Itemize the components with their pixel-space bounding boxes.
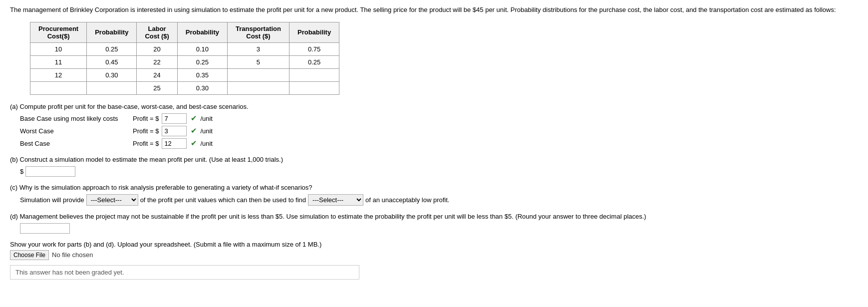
table-cell [289,81,339,94]
table-cell [289,68,339,81]
table-cell: 22 [137,55,177,68]
part-d-input[interactable] [20,223,70,234]
col-header-labor: LaborCost ($) [137,22,177,42]
probability-table: ProcurementCost($) Probability LaborCost… [30,22,339,95]
part-c-text3: of an unacceptably low profit. [365,196,449,204]
col-header-prob3: Probability [289,22,339,42]
best-case-unit: /unit [200,140,213,147]
table-cell: 0.25 [177,55,227,68]
table-cell: 0.25 [87,42,137,55]
worst-case-unit: /unit [200,127,213,135]
table-cell: 10 [30,42,87,55]
part-c-text1: Simulation will provide [20,196,84,204]
part-a-section: (a) Compute profit per unit for the base… [10,103,858,149]
part-c-header: (c) Why is the simulation approach to ri… [10,184,858,191]
base-case-input[interactable] [162,113,187,124]
table-cell: 0.25 [289,55,339,68]
part-c-row: Simulation will provide ---Select---a di… [20,194,858,206]
choose-file-button[interactable]: Choose File [10,250,49,260]
upload-section: Show your work for parts (b) and (d). Up… [10,241,858,260]
table-cell: 0.35 [177,68,227,81]
part-d-row [20,223,858,234]
table-cell: 0.45 [87,55,137,68]
table-cell: 0.10 [177,42,227,55]
part-c-select1[interactable]: ---Select---a distributionan estimatea s… [86,194,138,206]
sim-mean-input[interactable] [25,166,75,177]
sim-row: $ [20,166,858,177]
profit-prefix-base: Profit = $ [133,115,159,122]
table-cell [30,81,87,94]
part-b-section: (b) Construct a simulation model to esti… [10,156,858,177]
best-case-check: ✔ [191,139,197,148]
part-b-header: (b) Construct a simulation model to esti… [10,156,858,163]
data-table-wrapper: ProcurementCost($) Probability LaborCost… [30,22,858,95]
table-cell [87,81,137,94]
graded-text: This answer has not been graded yet. [15,269,124,276]
part-d-section: (d) Management believes the project may … [10,213,858,234]
col-header-transport: TransportationCost ($) [227,22,289,42]
best-case-row: Best Case Profit = $ ✔ /unit [20,138,858,149]
dollar-prefix: $ [20,168,23,175]
table-cell: 11 [30,55,87,68]
base-case-check: ✔ [191,114,197,123]
scenario-rows: Base Case using most likely costs Profit… [20,113,858,149]
table-cell: 3 [227,42,289,55]
upload-row: Choose File No file chosen [10,250,858,260]
profit-prefix-best: Profit = $ [133,140,159,147]
part-d-header: (d) Management believes the project may … [10,213,858,220]
worst-case-label: Worst Case [20,127,130,135]
worst-case-input[interactable] [162,126,187,136]
table-cell [227,68,289,81]
table-cell: 24 [137,68,177,81]
col-header-prob2: Probability [177,22,227,42]
intro-text: The management of Brinkley Corporation i… [10,5,858,15]
profit-prefix-worst: Profit = $ [133,127,159,135]
table-cell [227,81,289,94]
part-c-text2: of the profit per unit values which can … [140,196,306,204]
graded-box: This answer has not been graded yet. [10,265,359,280]
part-a-header: (a) Compute profit per unit for the base… [10,103,858,110]
col-header-procurement: ProcurementCost($) [30,22,87,42]
table-cell: 0.75 [289,42,339,55]
col-header-prob1: Probability [87,22,137,42]
table-cell: 5 [227,55,289,68]
base-case-row: Base Case using most likely costs Profit… [20,113,858,124]
table-cell: 0.30 [87,68,137,81]
part-c-section: (c) Why is the simulation approach to ri… [10,184,858,206]
base-case-label: Base Case using most likely costs [20,115,130,122]
table-cell: 0.30 [177,81,227,94]
table-cell: 25 [137,81,177,94]
best-case-label: Best Case [20,140,130,147]
table-cell: 12 [30,68,87,81]
worst-case-row: Worst Case Profit = $ ✔ /unit [20,126,858,136]
base-case-unit: /unit [200,115,213,122]
part-c-select2[interactable]: ---Select---the probabilitythe meanthe v… [308,194,363,206]
upload-instruction: Show your work for parts (b) and (d). Up… [10,241,858,248]
best-case-input[interactable] [162,138,187,149]
worst-case-check: ✔ [191,126,197,135]
table-cell: 20 [137,42,177,55]
no-file-text: No file chosen [52,251,93,259]
